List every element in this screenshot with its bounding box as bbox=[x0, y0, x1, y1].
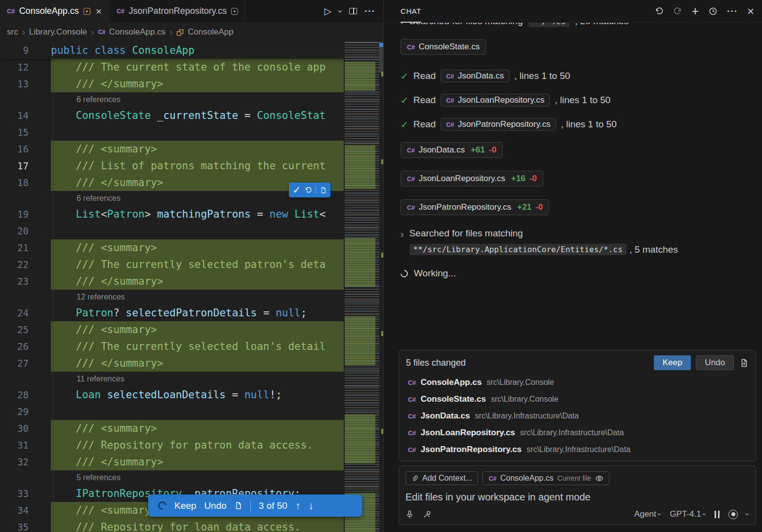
codelens-label[interactable]: 6 references bbox=[51, 95, 120, 104]
microphone-icon[interactable] bbox=[405, 510, 414, 519]
changed-file-chip[interactable]: C#JsonPatronRepository.cs+21-0 bbox=[401, 199, 549, 215]
code-line[interactable]: 31 /// Repository for patron data access… bbox=[0, 437, 383, 454]
file-chip[interactable]: C#JsonLoanRepository.cs bbox=[441, 94, 550, 107]
chat-input-box[interactable]: Add Context... C# ConsoleApp.cs Current … bbox=[399, 465, 756, 525]
history-icon[interactable] bbox=[708, 6, 718, 16]
code-line[interactable]: 27 /// </summary> bbox=[0, 355, 383, 372]
changed-file-row[interactable]: C#JsonPatronRepository.cssrc\Library.Inf… bbox=[406, 441, 749, 458]
undo-all-button[interactable]: Undo bbox=[696, 355, 734, 370]
code-line[interactable]: 32 /// </summary> bbox=[0, 454, 383, 470]
csharp-file-icon: C# bbox=[408, 379, 416, 386]
tab-consoleapp[interactable]: C# ConsoleApp.cs × bbox=[0, 0, 110, 22]
tab-jsonpatronrepository[interactable]: C# JsonPatronRepository.cs bbox=[110, 0, 245, 22]
code-line[interactable]: 9public class ConsoleApp bbox=[0, 42, 383, 59]
chevron-right-icon[interactable]: › bbox=[401, 228, 404, 240]
code-line[interactable]: 24 Patron? selectedPatronDetails = null; bbox=[0, 304, 383, 321]
codelens-row[interactable]: 6 references bbox=[0, 92, 383, 107]
pending-edit-icon[interactable] bbox=[231, 8, 238, 15]
pending-edit-icon[interactable] bbox=[83, 8, 90, 15]
open-diff-icon[interactable] bbox=[320, 187, 327, 194]
code-line[interactable]: 26 /// The currently selected loan's det… bbox=[0, 338, 383, 355]
codelens-row[interactable]: 12 references bbox=[0, 290, 383, 304]
editor-scrollbar[interactable] bbox=[379, 42, 383, 532]
class-symbol-icon bbox=[176, 29, 184, 36]
file-chip[interactable]: C# ConsoleState.cs bbox=[401, 39, 486, 55]
codelens-label[interactable]: 5 references bbox=[51, 473, 120, 482]
code-line[interactable]: 29 bbox=[0, 403, 383, 420]
chevron-down-icon[interactable]: › bbox=[744, 513, 752, 516]
close-panel-icon[interactable]: × bbox=[747, 5, 754, 17]
changed-file-chip[interactable]: C#JsonData.cs+61-0 bbox=[401, 142, 503, 158]
code-line[interactable]: 14 ConsoleState _currentState = ConsoleS… bbox=[0, 107, 383, 124]
search-matches: , 20 matches bbox=[575, 23, 629, 27]
breadcrumb-item[interactable]: ConsoleApp bbox=[188, 27, 234, 37]
tools-icon[interactable] bbox=[423, 510, 431, 519]
changed-file-row[interactable]: C#JsonData.cssrc\Library.Infrastructure\… bbox=[406, 408, 749, 424]
glob-pattern: **/src/Library.ApplicationCore/Entities/… bbox=[409, 244, 627, 255]
code-line[interactable]: 35 /// Repository for loan data access. bbox=[0, 519, 383, 532]
stop-button[interactable] bbox=[728, 510, 738, 519]
code-line[interactable]: 13 /// </summary> bbox=[0, 76, 383, 92]
split-editor-icon[interactable] bbox=[349, 8, 357, 14]
breadcrumb-item[interactable]: ConsoleApp.cs bbox=[109, 27, 165, 37]
breadcrumb-item[interactable]: src bbox=[7, 27, 18, 37]
redo-icon[interactable] bbox=[673, 7, 682, 16]
code-line[interactable]: 30 /// <summary> bbox=[0, 420, 383, 437]
more-actions-icon[interactable]: ··· bbox=[727, 6, 738, 17]
loading-spinner-icon bbox=[157, 500, 168, 512]
changed-file-row[interactable]: C#ConsoleState.cssrc\Library.Console bbox=[406, 391, 749, 408]
pause-button[interactable] bbox=[715, 511, 720, 518]
code-editor[interactable]: 9public class ConsoleApp12 /// The curre… bbox=[0, 42, 383, 532]
code-line[interactable]: 23 /// </summary> bbox=[0, 273, 383, 290]
code-line[interactable]: 28 Loan selectedLoanDetails = null!; bbox=[0, 386, 383, 403]
code-line[interactable]: 21 /// <summary> bbox=[0, 239, 383, 256]
codelens-label[interactable]: 11 references bbox=[51, 375, 124, 383]
line-number: 25 bbox=[0, 324, 29, 335]
run-button[interactable]: ▷ bbox=[324, 5, 332, 17]
code-line[interactable]: 19 List<Patron> matchingPatrons = new Li… bbox=[0, 206, 383, 223]
undo-change-icon[interactable] bbox=[305, 187, 312, 194]
codelens-label[interactable]: 12 references bbox=[51, 293, 125, 302]
more-actions-icon[interactable]: ··· bbox=[364, 6, 375, 17]
chevron-right-icon[interactable]: › bbox=[401, 23, 404, 27]
changed-file-row[interactable]: C#ConsoleApp.cssrc\Library.Console bbox=[406, 374, 749, 391]
code-line[interactable]: 16 /// <summary> bbox=[0, 141, 383, 157]
search-result-row[interactable]: › Searched for files matching **/*.cs , … bbox=[401, 23, 754, 27]
eye-icon[interactable] bbox=[595, 474, 603, 483]
code-line[interactable]: 12 /// The current state of the console … bbox=[0, 59, 383, 76]
keep-button[interactable]: Keep bbox=[174, 500, 196, 511]
changed-file-chip[interactable]: C#JsonLoanRepository.cs+16-0 bbox=[401, 171, 543, 187]
codelens-row[interactable]: 5 references bbox=[0, 470, 383, 485]
file-chip[interactable]: C#JsonPatronRepository.cs bbox=[441, 118, 556, 131]
add-context-button[interactable]: Add Context... bbox=[405, 471, 478, 485]
undo-icon[interactable] bbox=[655, 7, 664, 16]
chat-input-field[interactable]: Edit files in your workspace in agent mo… bbox=[405, 492, 749, 503]
code-line[interactable]: 15 bbox=[0, 124, 383, 141]
line-text: /// Repository for loan data access. bbox=[51, 519, 344, 532]
code-line[interactable]: 25 /// <summary> bbox=[0, 321, 383, 338]
new-chat-icon[interactable]: + bbox=[691, 5, 699, 17]
changed-file-row[interactable]: C#JsonLoanRepository.cssrc\Library.Infra… bbox=[406, 424, 749, 441]
accept-change-icon[interactable]: ✓ bbox=[292, 184, 301, 196]
run-dropdown-icon[interactable]: › bbox=[335, 10, 345, 13]
next-change-icon[interactable]: ↓ bbox=[308, 500, 314, 512]
close-tab-icon[interactable]: × bbox=[95, 6, 103, 16]
agent-mode-dropdown[interactable]: Agent› bbox=[634, 509, 661, 519]
codelens-label[interactable]: 6 references bbox=[51, 194, 120, 203]
keep-all-button[interactable]: Keep bbox=[654, 355, 691, 370]
file-chip[interactable]: C#JsonData.cs bbox=[441, 70, 509, 82]
code-line[interactable]: 20 bbox=[0, 223, 383, 239]
previous-change-icon[interactable]: ↑ bbox=[295, 500, 301, 512]
codelens-row[interactable]: 11 references bbox=[0, 372, 383, 386]
current-file-chip[interactable]: C# ConsoleApp.cs Current file bbox=[482, 471, 609, 485]
search-result-row[interactable]: › Searched for files matching **/src/Lib… bbox=[401, 228, 754, 255]
view-diff-icon[interactable] bbox=[740, 358, 749, 368]
open-diff-icon[interactable] bbox=[235, 501, 242, 510]
chat-tab[interactable]: CHAT bbox=[401, 0, 421, 23]
minimap[interactable] bbox=[345, 42, 379, 532]
undo-button[interactable]: Undo bbox=[204, 500, 226, 511]
code-line[interactable]: 22 /// The currently selected patron's d… bbox=[0, 256, 383, 273]
model-dropdown[interactable]: GPT-4.1› bbox=[670, 509, 706, 519]
breadcrumb-item[interactable]: Library.Console bbox=[29, 27, 87, 37]
code-line[interactable]: 17 /// List of patrons matching the curr… bbox=[0, 157, 383, 174]
